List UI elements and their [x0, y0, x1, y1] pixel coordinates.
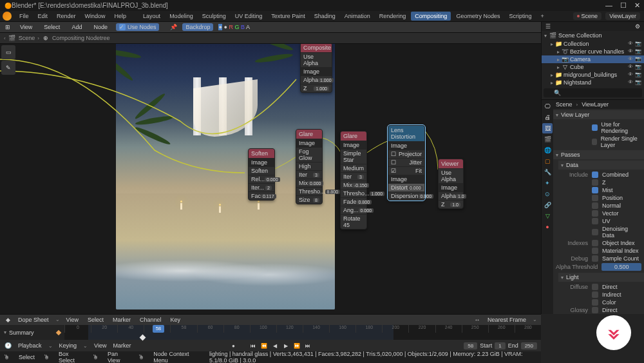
ws-uv[interactable]: UV Editing: [231, 12, 267, 21]
autokey-button[interactable]: ●: [229, 341, 238, 350]
ptab-data[interactable]: ▽: [542, 211, 553, 221]
ws-modeling[interactable]: Modeling: [166, 12, 197, 21]
maximize-button[interactable]: ☐: [620, 1, 627, 10]
annotate-tool[interactable]: ✎: [1, 61, 15, 75]
start-frame-field[interactable]: 1: [495, 342, 505, 349]
filter-icon[interactable]: ⚙: [634, 23, 641, 30]
ws-sculpting[interactable]: Sculpting: [198, 12, 230, 21]
menu-file[interactable]: File: [15, 12, 33, 21]
properties-panel: 🖵 🖨 🖼 🎬 🌐 ▢ 🔧 ✦ ⊙ 🔗 ▽ ● Scene›ViewLayer …: [542, 99, 644, 314]
viewlayer-selector[interactable]: ViewLayer: [605, 12, 640, 20]
ptab-render[interactable]: 🖵: [542, 101, 553, 112]
mouse-left-icon: 🖱: [44, 354, 50, 360]
outliner-item[interactable]: ▸📁Collection👁📷: [542, 40, 644, 48]
node-soften[interactable]: Soften Image Soften Rel...0.000 Iter...2…: [248, 148, 275, 201]
viewlayer-header[interactable]: View Layer: [561, 112, 589, 118]
window-title: Blender* [E:\renders\domestika\FINALPROJ…: [12, 2, 605, 9]
ptab-object[interactable]: ▢: [542, 156, 553, 166]
ptab-viewlayer[interactable]: 🖼: [542, 123, 553, 133]
ptab-particle[interactable]: ✦: [542, 178, 553, 188]
next-key-button[interactable]: ⏩: [292, 341, 301, 350]
playhead[interactable]: 58: [153, 325, 164, 333]
close-button[interactable]: ✕: [634, 1, 640, 10]
play-button[interactable]: ▶: [281, 341, 290, 350]
ws-animation[interactable]: Animation: [341, 12, 374, 21]
current-frame-field[interactable]: 58: [464, 342, 477, 349]
minimize-button[interactable]: —: [605, 1, 612, 10]
channel-color-button[interactable]: ●: [218, 24, 222, 30]
outliner-item[interactable]: ▸📁Nightstand👁📷: [542, 79, 644, 86]
transport-bar: 🕐 Playback⌄ Keying⌄ View Marker ● ⏮ ⏪ ◀ …: [0, 340, 541, 351]
ws-rendering[interactable]: Rendering: [375, 12, 410, 21]
alpha-threshold-field[interactable]: 0.500: [601, 263, 641, 271]
crumb-scene[interactable]: Scene: [19, 35, 35, 41]
menu-help[interactable]: Help: [111, 12, 131, 21]
scene-selector[interactable]: Scene: [573, 12, 602, 20]
timeline[interactable]: ▾Summary 0204050586080100120140160180200…: [0, 325, 541, 340]
menu-render[interactable]: Render: [53, 12, 80, 21]
ptab-world[interactable]: 🌐: [542, 145, 553, 155]
ptab-modifier[interactable]: 🔧: [542, 167, 553, 177]
mouse-left-icon: 🖱: [4, 354, 10, 360]
play-reverse-button[interactable]: ◀: [270, 341, 279, 350]
menu-edit[interactable]: Edit: [34, 12, 52, 21]
ws-scripting[interactable]: Scripting: [505, 12, 535, 21]
menu-window[interactable]: Window: [81, 12, 109, 21]
tb-add[interactable]: Add: [68, 23, 85, 31]
jump-end-button[interactable]: ⏭: [303, 341, 312, 350]
node-glare-1[interactable]: Glare Image Fog Glow High Iter3 Mix0.000…: [296, 129, 323, 204]
ptab-material[interactable]: ●: [542, 222, 553, 232]
ptab-scene[interactable]: 🎬: [542, 134, 553, 144]
ptab-physics[interactable]: ⊙: [542, 189, 553, 199]
tb-view[interactable]: View: [17, 23, 35, 31]
outliner-item[interactable]: ▸📁midground_buildings👁📷: [542, 71, 644, 79]
node-composite[interactable]: Composite Use Alpha Image Alpha1.000 Z1.…: [300, 44, 332, 93]
dopesheet-icon[interactable]: ◆: [4, 316, 12, 324]
ws-add[interactable]: +: [536, 12, 547, 21]
channel-g-button[interactable]: G: [234, 24, 239, 30]
crumb-tree[interactable]: Compositing Nodetree: [52, 35, 110, 41]
node-viewer[interactable]: Viewer Use Alpha Image Alpha1.0 Z1.0: [438, 159, 464, 209]
prev-key-button[interactable]: ⏪: [260, 341, 269, 350]
backdrop-toggle[interactable]: Backdrop: [182, 23, 213, 31]
channel-bw-button[interactable]: ●: [223, 24, 227, 30]
ws-layout[interactable]: Layout: [139, 12, 164, 21]
outliner-item[interactable]: ▸➰Bezier curve handles👁📷: [542, 48, 644, 55]
outliner-scene[interactable]: Scene Collection: [558, 32, 602, 39]
end-frame-field[interactable]: 250: [521, 342, 537, 349]
editor-type-icon[interactable]: ⊞: [4, 23, 12, 31]
summary-label[interactable]: Summary: [9, 329, 34, 336]
node-glare-2[interactable]: Glare Image Simple Star Medium Iter3 Mix…: [340, 131, 367, 230]
outliner-icon[interactable]: ☰: [544, 23, 552, 30]
mouse-middle-icon: 🖱: [93, 354, 99, 360]
channel-r-button[interactable]: R: [229, 24, 233, 30]
ws-geonodes[interactable]: Geometry Nodes: [452, 12, 504, 21]
ws-shading[interactable]: Shading: [310, 12, 339, 21]
select-tool[interactable]: ▭: [1, 45, 15, 59]
combined-check[interactable]: [592, 172, 598, 178]
use-rendering-check[interactable]: [592, 124, 598, 131]
blender-logo-icon: [3, 12, 12, 21]
ptab-output[interactable]: 🖨: [542, 112, 553, 123]
tb-select[interactable]: Select: [41, 23, 63, 31]
snap-mode[interactable]: Nearest Frame: [485, 316, 529, 324]
outliner-search[interactable]: 🔍: [544, 88, 642, 97]
use-nodes-toggle[interactable]: ✓Use Nodes: [116, 23, 160, 31]
channel-a-button[interactable]: A: [246, 24, 250, 30]
ptab-constraint[interactable]: 🔗: [542, 200, 553, 210]
outliner-item[interactable]: ▸📷Camera👁📷: [542, 55, 644, 63]
scene-icon: 🎬: [8, 34, 16, 42]
outliner-item[interactable]: ▸▽Cube👁📷: [542, 63, 644, 71]
timeline-icon[interactable]: 🕐: [4, 342, 12, 349]
render-single-check[interactable]: [592, 139, 597, 145]
ws-texpaint[interactable]: Texture Paint: [267, 12, 309, 21]
node-lens-distortion[interactable]: Lens Distortion Image ☐Projector ☐Jitter…: [388, 125, 425, 201]
channel-b-button[interactable]: B: [241, 24, 245, 30]
titlebar: 🟠 Blender* [E:\renders\domestika\FINALPR…: [0, 0, 644, 11]
ws-compositing[interactable]: Compositing: [411, 12, 451, 21]
passes-header[interactable]: Passes: [561, 152, 580, 158]
dopesheet-mode[interactable]: Dope Sheet: [15, 316, 52, 324]
tb-node[interactable]: Node: [90, 23, 111, 31]
jump-start-button[interactable]: ⏮: [249, 341, 258, 350]
pin-icon[interactable]: 📌: [169, 23, 177, 31]
